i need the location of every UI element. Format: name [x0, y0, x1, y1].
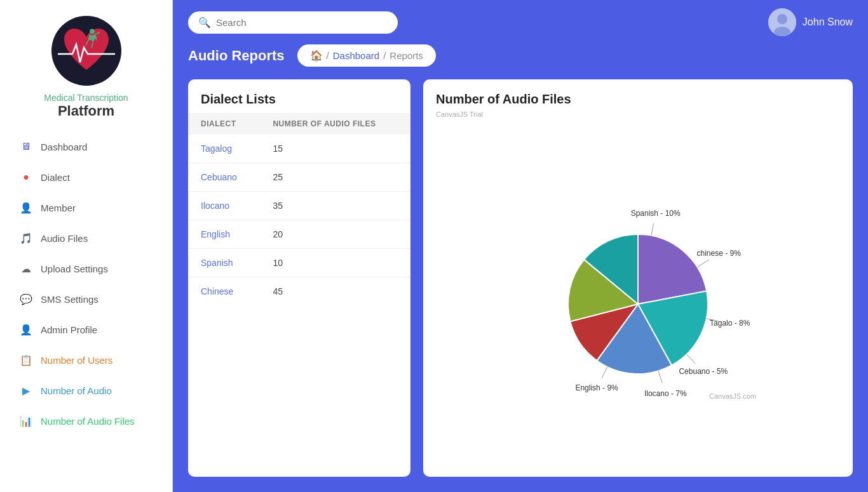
sidebar-label-admin-profile: Admin Profile [41, 324, 97, 335]
sidebar-label-number-of-audio-files: Number of Audio Files [41, 416, 135, 427]
content-area: Dialect Lists DIALECT NUMBER OF AUDIO FI… [173, 79, 868, 492]
svg-point-6 [777, 14, 787, 24]
logo-icon [48, 13, 125, 89]
logo-bottom-text: Platform [44, 103, 128, 119]
user-area: John Snow [768, 8, 853, 36]
number-of-audio-files-icon: 📊 [19, 414, 33, 428]
avatar [768, 8, 796, 36]
main-content: 🔍 John Snow Audio Reports 🏠 / Dashboard … [173, 0, 868, 492]
dialect-card: Dialect Lists DIALECT NUMBER OF AUDIO FI… [188, 79, 410, 477]
logo-top-text: Medical Transcription [44, 93, 128, 103]
home-icon[interactable]: 🏠 [310, 50, 323, 62]
svg-line-14 [651, 223, 654, 236]
sidebar: Medical Transcription Platform 🖥 Dashboa… [0, 0, 173, 492]
svg-text:Ilocano - 7%: Ilocano - 7% [644, 389, 687, 397]
sidebar-nav: 🖥 Dashboard ● Dialect 👤 Member 🎵 Audio F… [0, 132, 172, 437]
sidebar-item-number-of-users[interactable]: 📋 Number of Users [10, 345, 162, 375]
logo-text: Medical Transcription Platform [44, 93, 128, 119]
sidebar-item-dialect[interactable]: ● Dialect [10, 163, 162, 192]
sms-settings-icon: 💬 [19, 292, 33, 306]
table-row: Spanish10 [188, 249, 410, 277]
dialect-icon: ● [19, 170, 33, 184]
dialect-card-title: Dialect Lists [188, 79, 410, 113]
svg-text:English - 9%: English - 9% [575, 383, 618, 392]
dialect-table: DIALECT NUMBER OF AUDIO FILES Tagalog15C… [188, 113, 410, 305]
dialect-count: 35 [260, 192, 410, 220]
chart-card: Number of Audio Files CanvasJS Trial Spa… [423, 79, 853, 477]
sidebar-item-sms-settings[interactable]: 💬 SMS Settings [10, 284, 162, 314]
breadcrumb: 🏠 / Dashboard / Reports [297, 44, 436, 67]
sidebar-label-dialect: Dialect [41, 172, 70, 183]
pie-chart: Spanish - 10%chinese - 9%Tagalo - 8%Cebu… [517, 187, 759, 402]
breadcrumb-dashboard[interactable]: Dashboard [333, 50, 379, 61]
dialect-name: English [188, 220, 260, 249]
svg-point-1 [90, 29, 95, 34]
header: 🔍 John Snow [173, 0, 868, 44]
col-audio: NUMBER OF AUDIO FILES [260, 113, 410, 135]
svg-line-19 [602, 366, 607, 378]
svg-text:Cebuano - 5%: Cebuano - 5% [679, 366, 728, 375]
table-row: Chinese45 [188, 277, 410, 306]
upload-settings-icon: ☁ [19, 262, 33, 276]
audio-files-icon: 🎵 [19, 231, 33, 245]
admin-profile-icon: 👤 [19, 322, 33, 336]
search-input[interactable] [216, 17, 388, 28]
sidebar-item-number-of-audio-files[interactable]: 📊 Number of Audio Files [10, 406, 162, 435]
breadcrumb-sep-2: / [383, 50, 386, 61]
sidebar-label-number-of-audio: Number of Audio [41, 385, 112, 396]
dashboard-icon: 🖥 [19, 140, 33, 154]
member-icon: 👤 [19, 201, 33, 215]
svg-text:Tagalo - 8%: Tagalo - 8% [710, 318, 750, 327]
dialect-name: Ilocano [188, 192, 260, 220]
svg-text:Spanish - 10%: Spanish - 10% [631, 208, 681, 217]
sidebar-label-member: Member [41, 203, 76, 213]
canvasjs-trial-badge: CanvasJS Trial [436, 110, 840, 118]
sidebar-label-audio-files: Audio Files [41, 233, 88, 244]
sidebar-item-dashboard[interactable]: 🖥 Dashboard [10, 132, 162, 161]
dialect-count: 20 [260, 220, 410, 249]
sidebar-label-dashboard: Dashboard [41, 142, 87, 152]
dialect-count: 10 [260, 249, 410, 277]
breadcrumb-bar: Audio Reports 🏠 / Dashboard / Reports [173, 44, 868, 79]
dialect-count: 15 [260, 135, 410, 163]
dialect-name: Spanish [188, 249, 260, 277]
number-of-audio-icon: ▶ [19, 383, 33, 397]
breadcrumb-sep-1: / [327, 50, 329, 61]
sidebar-item-audio-files[interactable]: 🎵 Audio Files [10, 223, 162, 253]
sidebar-label-sms-settings: SMS Settings [41, 294, 98, 305]
table-row: Tagalog15 [188, 135, 410, 163]
chart-card-title: Number of Audio Files [436, 92, 840, 107]
dialect-name: Cebuano [188, 163, 260, 192]
search-wrapper[interactable]: 🔍 [188, 11, 398, 34]
number-of-users-icon: 📋 [19, 353, 33, 367]
svg-text:chinese - 9%: chinese - 9% [697, 248, 742, 257]
table-row: Ilocano35 [188, 192, 410, 220]
dialect-name: Tagalog [188, 135, 260, 163]
svg-line-18 [658, 371, 662, 383]
dialect-name: Chinese [188, 277, 260, 306]
page-title: Audio Reports [188, 48, 285, 64]
sidebar-item-admin-profile[interactable]: 👤 Admin Profile [10, 315, 162, 344]
dialect-count: 25 [260, 163, 410, 192]
breadcrumb-current: Reports [390, 50, 423, 61]
dialect-count: 45 [260, 277, 410, 306]
sidebar-item-number-of-audio[interactable]: ▶ Number of Audio [10, 376, 162, 405]
table-row: Cebuano25 [188, 163, 410, 192]
dialect-table-body: Tagalog15Cebuano25Ilocano35English20Span… [188, 135, 410, 305]
svg-line-17 [686, 354, 695, 363]
logo-area: Medical Transcription Platform [44, 6, 128, 132]
svg-line-15 [697, 260, 709, 267]
chart-area: Spanish - 10%chinese - 9%Tagalo - 8%Cebu… [436, 124, 840, 464]
sidebar-label-number-of-users: Number of Users [41, 355, 112, 366]
col-dialect: DIALECT [188, 113, 260, 135]
search-icon: 🔍 [198, 17, 211, 29]
avatar-image [768, 8, 796, 36]
pie-svg: Spanish - 10%chinese - 9%Tagalo - 8%Cebu… [517, 187, 759, 402]
sidebar-item-upload-settings[interactable]: ☁ Upload Settings [10, 254, 162, 283]
sidebar-item-member[interactable]: 👤 Member [10, 193, 162, 222]
table-row: English20 [188, 220, 410, 249]
sidebar-label-upload-settings: Upload Settings [41, 263, 108, 274]
user-name: John Snow [803, 17, 853, 28]
canvasjs-watermark: CanvasJS.com [709, 392, 756, 400]
